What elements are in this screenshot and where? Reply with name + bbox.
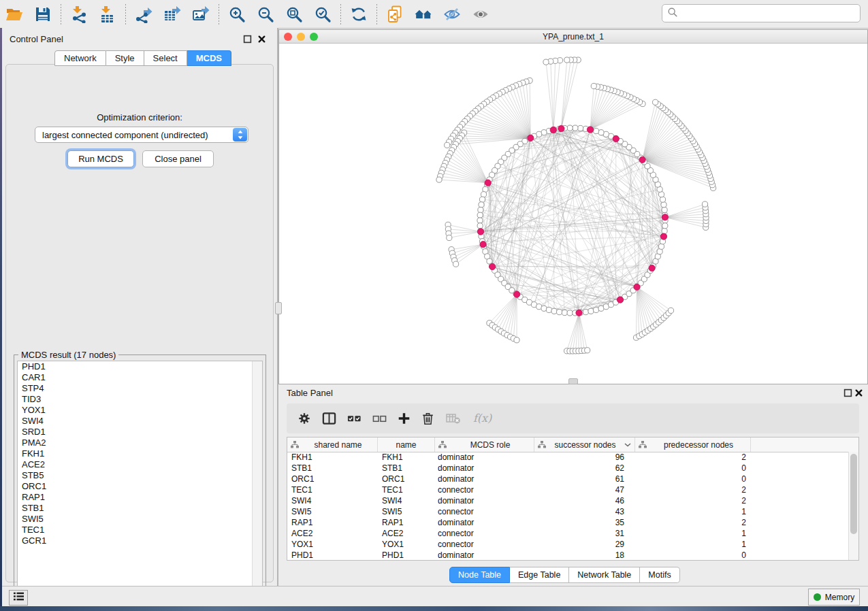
network-node[interactable] (594, 307, 599, 312)
search-input[interactable] (681, 5, 860, 22)
column-header-MCDS-role[interactable]: MCDS role (434, 437, 534, 452)
cell-predecessor-nodes[interactable]: 0 (634, 474, 750, 484)
gear-button[interactable] (298, 410, 311, 427)
network-node[interactable] (661, 202, 666, 208)
cell-MCDS-role[interactable]: dominator (434, 550, 534, 561)
mcds-result-item[interactable]: STB5 (18, 470, 262, 481)
search-box[interactable] (662, 4, 861, 22)
columns-button[interactable] (322, 410, 336, 427)
table-row[interactable]: PHD1PHD1dominator180 (287, 550, 849, 561)
duplicate-network-button[interactable] (385, 4, 405, 24)
cell-MCDS-role[interactable]: dominator (434, 495, 534, 506)
table-row[interactable]: YOX1YOX1connector291 (287, 539, 849, 550)
mcds-hub-node[interactable] (558, 125, 564, 131)
network-node[interactable] (562, 310, 567, 315)
column-header-shared-name[interactable]: shared name (287, 437, 377, 452)
cell-name[interactable]: ACE2 (377, 528, 434, 539)
mcds-result-item[interactable]: TID3 (18, 394, 262, 405)
cell-shared-name[interactable]: ACE2 (287, 528, 377, 539)
close-icon[interactable] (257, 35, 266, 44)
mcds-hub-node[interactable] (485, 180, 491, 186)
network-canvas[interactable] (279, 44, 867, 384)
cell-shared-name[interactable]: SWI5 (287, 506, 377, 517)
tab-motifs[interactable]: Motifs (640, 567, 679, 583)
column-header-name[interactable]: name (377, 437, 434, 452)
network-node[interactable] (478, 207, 483, 212)
cell-predecessor-nodes[interactable]: 1 (634, 528, 750, 539)
mcds-hub-node[interactable] (634, 284, 640, 290)
cell-predecessor-nodes[interactable]: 1 (634, 506, 750, 517)
tab-style[interactable]: Style (106, 50, 144, 66)
mcds-hub-node[interactable] (649, 265, 655, 271)
column-header-successor-nodes[interactable]: successor nodes (534, 437, 634, 452)
network-node[interactable] (594, 128, 599, 133)
delete-column-button[interactable] (421, 410, 434, 427)
export-table-button[interactable] (162, 4, 182, 24)
cell-name[interactable]: YOX1 (377, 539, 434, 550)
cell-successor-nodes[interactable]: 61 (534, 474, 634, 484)
mcds-hub-node[interactable] (514, 291, 520, 297)
cell-MCDS-role[interactable]: connector (434, 539, 534, 550)
cell-successor-nodes[interactable]: 62 (534, 463, 634, 474)
mcds-hub-node[interactable] (528, 135, 534, 141)
tab-select[interactable]: Select (144, 50, 187, 66)
mcds-result-list[interactable]: PHD1CAR1STP4TID3YOX1SWI4SRD1PMA2FKH1ACE2… (17, 361, 263, 605)
cell-name[interactable]: TEC1 (377, 484, 434, 495)
table-row[interactable]: FKH1FKH1dominator962 (287, 452, 849, 463)
float-icon[interactable] (243, 35, 252, 44)
cell-MCDS-role[interactable]: dominator (434, 517, 534, 528)
network-node[interactable] (662, 223, 668, 229)
import-table-button[interactable] (97, 4, 118, 24)
cell-shared-name[interactable]: STB1 (287, 463, 377, 474)
network-node[interactable] (658, 192, 664, 197)
cell-predecessor-nodes[interactable]: 2 (634, 484, 750, 495)
cell-successor-nodes[interactable]: 31 (534, 528, 634, 539)
tab-network[interactable]: Network (54, 50, 106, 66)
mcds-result-item[interactable]: STP4 (18, 383, 262, 394)
network-node[interactable] (585, 348, 590, 353)
mcds-result-item[interactable]: SWI4 (18, 416, 262, 427)
cell-shared-name[interactable]: YOX1 (287, 539, 377, 550)
mcds-hub-node[interactable] (639, 156, 645, 163)
network-node[interactable] (479, 197, 485, 202)
cell-predecessor-nodes[interactable]: 1 (634, 539, 750, 550)
tab-mcds[interactable]: MCDS (187, 50, 231, 66)
cell-shared-name[interactable]: TEC1 (287, 484, 377, 495)
cell-name[interactable]: SWI5 (377, 506, 434, 517)
tab-network-table[interactable]: Network Table (569, 567, 640, 583)
cell-shared-name[interactable]: ORC1 (287, 474, 377, 484)
column-header-predecessor-nodes[interactable]: predecessor nodes (634, 437, 750, 452)
optimization-criterion-dropdown[interactable]: largest connected component (undirected) (35, 127, 248, 143)
cell-predecessor-nodes[interactable]: 2 (634, 495, 750, 506)
mcds-hub-node[interactable] (576, 310, 582, 316)
network-node[interactable] (567, 310, 573, 316)
cell-predecessor-nodes[interactable]: 2 (634, 452, 750, 463)
home-view-button[interactable] (413, 4, 434, 24)
network-node[interactable] (477, 218, 483, 223)
mcds-hub-node[interactable] (660, 233, 666, 240)
save-session-button[interactable] (33, 4, 53, 24)
network-node[interactable] (573, 125, 578, 131)
network-node[interactable] (453, 261, 459, 267)
network-node[interactable] (477, 223, 483, 229)
network-node[interactable] (543, 59, 549, 65)
cell-predecessor-nodes[interactable]: 0 (634, 550, 750, 561)
table-row[interactable]: ORC1ORC1dominator610 (287, 474, 849, 484)
zoom-out-button[interactable] (255, 4, 276, 24)
network-node[interactable] (445, 142, 450, 148)
cell-MCDS-role[interactable]: dominator (434, 452, 534, 463)
cell-name[interactable]: FKH1 (377, 452, 434, 463)
tab-edge-table[interactable]: Edge Table (510, 567, 569, 583)
mcds-result-item[interactable]: FKH1 (18, 448, 262, 459)
zoom-fit-button[interactable] (284, 4, 304, 24)
network-node[interactable] (479, 202, 484, 208)
refresh-layout-button[interactable] (349, 4, 369, 24)
network-node[interactable] (588, 308, 594, 314)
cell-successor-nodes[interactable]: 18 (534, 550, 634, 561)
close-icon[interactable] (854, 389, 863, 397)
network-node[interactable] (551, 308, 557, 314)
table-row[interactable]: ACE2ACE2connector311 (287, 528, 849, 539)
memory-button[interactable]: Memory (808, 589, 860, 606)
import-network-button[interactable] (69, 4, 89, 24)
cell-shared-name[interactable]: PHD1 (287, 550, 377, 561)
